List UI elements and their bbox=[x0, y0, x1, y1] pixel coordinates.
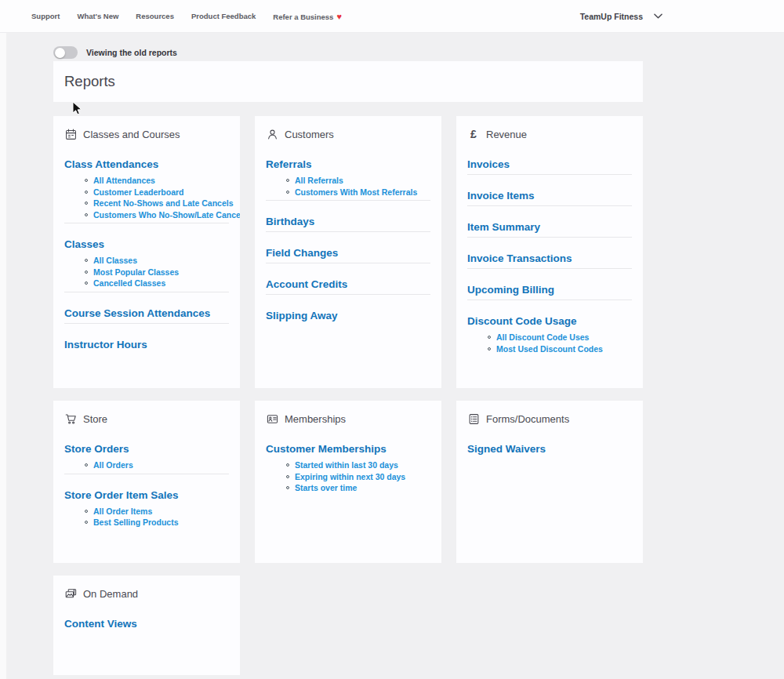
list-item: Most Used Discount Codes bbox=[488, 343, 632, 355]
card-store: StoreStore OrdersAll OrdersStore Order I… bbox=[53, 401, 240, 563]
heart-icon: ♥ bbox=[336, 12, 342, 21]
card-on-demand: On DemandContent Views bbox=[53, 576, 240, 675]
section-field-changes: Field Changes bbox=[266, 245, 430, 263]
chevron-down-icon bbox=[654, 13, 662, 19]
section-item-summary: Item Summary bbox=[467, 220, 632, 238]
report-link-best-selling-products[interactable]: Best Selling Products bbox=[93, 517, 179, 527]
list-item: Recent No-Shows and Late Cancels bbox=[85, 198, 229, 209]
report-link-store-orders[interactable]: Store Orders bbox=[64, 441, 129, 456]
report-link-started-within-last-30-days[interactable]: Started within last 30 days bbox=[295, 460, 398, 470]
report-link-classes[interactable]: Classes bbox=[64, 237, 104, 252]
list-item: Customer Leaderboard bbox=[85, 187, 229, 198]
list-item: All Referrals bbox=[286, 175, 430, 187]
section-class-attendances: Class AttendancesAll AttendancesCustomer… bbox=[64, 157, 229, 223]
section-store-order-item-sales: Store Order Item SalesAll Order ItemsBes… bbox=[64, 488, 229, 528]
nav-item-product-feedback[interactable]: Product Feedback bbox=[191, 12, 256, 20]
card-customers: CustomersReferralsAll ReferralsCustomers… bbox=[255, 116, 441, 388]
nav-item-refer-a-business[interactable]: Refer a Business♥ bbox=[273, 12, 342, 21]
report-link-invoice-items[interactable]: Invoice Items bbox=[467, 188, 535, 203]
id-card-icon bbox=[266, 412, 278, 425]
card-title-label: Customers bbox=[285, 129, 334, 140]
list-item: Best Selling Products bbox=[85, 517, 229, 528]
report-link-recent-no-shows-and-late-cancels[interactable]: Recent No-Shows and Late Cancels bbox=[93, 198, 234, 208]
card-forms-documents: Forms/DocumentsSigned Waivers bbox=[456, 401, 643, 563]
page-title: Reports bbox=[64, 73, 115, 90]
nav-item-resources[interactable]: Resources bbox=[136, 12, 174, 20]
section-classes: ClassesAll ClassesMost Popular ClassesCa… bbox=[64, 237, 229, 292]
report-link-all-referrals[interactable]: All Referrals bbox=[295, 176, 343, 185]
report-link-signed-waivers[interactable]: Signed Waivers bbox=[467, 441, 546, 456]
report-link-content-views[interactable]: Content Views bbox=[64, 616, 137, 631]
section-upcoming-billing: Upcoming Billing bbox=[467, 282, 632, 300]
report-link-cancelled-classes[interactable]: Cancelled Classes bbox=[93, 278, 165, 288]
section-discount-code-usage: Discount Code UsageAll Discount Code Use… bbox=[467, 314, 632, 354]
circle-bullet-icon bbox=[286, 179, 289, 182]
report-link-all-discount-code-uses[interactable]: All Discount Code Uses bbox=[496, 332, 589, 342]
reports-grid: Classes and CoursesClass AttendancesAll … bbox=[53, 116, 643, 675]
page-left-edge bbox=[0, 33, 6, 679]
report-link-expiring-within-next-30-days[interactable]: Expiring within next 30 days bbox=[295, 472, 405, 481]
list-item: All Attendances bbox=[85, 175, 229, 187]
report-link-all-attendances[interactable]: All Attendances bbox=[93, 176, 155, 185]
nav-item-support[interactable]: Support bbox=[31, 12, 60, 20]
circle-bullet-icon bbox=[85, 521, 88, 524]
report-link-discount-code-usage[interactable]: Discount Code Usage bbox=[467, 314, 577, 329]
section-invoices: Invoices bbox=[467, 157, 632, 175]
report-link-starts-over-time[interactable]: Starts over time bbox=[295, 483, 357, 492]
card-title-label: On Demand bbox=[83, 588, 138, 600]
report-link-all-orders[interactable]: All Orders bbox=[93, 460, 133, 470]
old-reports-toggle[interactable] bbox=[53, 46, 78, 59]
report-link-referrals[interactable]: Referrals bbox=[266, 157, 312, 172]
account-menu[interactable]: TeamUp Fitness bbox=[580, 12, 662, 21]
report-link-upcoming-billing[interactable]: Upcoming Billing bbox=[467, 282, 554, 297]
card-title-row: Memberships bbox=[266, 412, 430, 426]
section-birthdays: Birthdays bbox=[266, 214, 430, 232]
reports-header-card: Reports bbox=[53, 61, 643, 102]
report-link-instructor-hours[interactable]: Instructor Hours bbox=[64, 337, 147, 352]
report-link-all-classes[interactable]: All Classes bbox=[93, 256, 137, 265]
section-signed-waivers: Signed Waivers bbox=[467, 441, 632, 456]
card-title-row: Customers bbox=[266, 127, 430, 141]
circle-bullet-icon bbox=[85, 179, 88, 182]
report-link-item-summary[interactable]: Item Summary bbox=[467, 220, 540, 234]
sub-report-list: All Orders bbox=[64, 459, 229, 471]
calendar-icon bbox=[64, 128, 77, 140]
report-link-birthdays[interactable]: Birthdays bbox=[266, 214, 314, 229]
report-link-course-session-attendances[interactable]: Course Session Attendances bbox=[64, 306, 210, 321]
report-link-class-attendances[interactable]: Class Attendances bbox=[64, 157, 158, 172]
report-link-all-order-items[interactable]: All Order Items bbox=[93, 507, 152, 516]
report-link-most-used-discount-codes[interactable]: Most Used Discount Codes bbox=[496, 344, 603, 354]
report-link-most-popular-classes[interactable]: Most Popular Classes bbox=[93, 267, 179, 277]
list-item: Cancelled Classes bbox=[85, 278, 229, 289]
sub-report-list: All Order ItemsBest Selling Products bbox=[64, 506, 229, 528]
report-link-slipping-away[interactable]: Slipping Away bbox=[266, 308, 338, 323]
report-link-invoice-transactions[interactable]: Invoice Transactions bbox=[467, 251, 572, 266]
report-link-customers-who-no-show-late-cancel-most[interactable]: Customers Who No-Show/Late Cancel Most bbox=[93, 210, 240, 220]
pound-icon: £ bbox=[467, 128, 480, 140]
section-course-session-attendances: Course Session Attendances bbox=[64, 306, 229, 324]
report-link-customer-memberships[interactable]: Customer Memberships bbox=[266, 441, 387, 456]
card-title-label: Classes and Courses bbox=[83, 129, 180, 140]
report-link-account-credits[interactable]: Account Credits bbox=[266, 277, 347, 292]
report-link-customers-with-most-referrals[interactable]: Customers With Most Referrals bbox=[295, 187, 417, 197]
report-link-invoices[interactable]: Invoices bbox=[467, 157, 510, 172]
card-title-label: Forms/Documents bbox=[486, 413, 569, 425]
report-link-customer-leaderboard[interactable]: Customer Leaderboard bbox=[93, 187, 184, 197]
circle-bullet-icon bbox=[488, 336, 491, 339]
circle-bullet-icon bbox=[85, 281, 88, 285]
sub-report-list: Started within last 30 daysExpiring with… bbox=[266, 459, 430, 494]
report-link-store-order-item-sales[interactable]: Store Order Item Sales bbox=[64, 488, 179, 503]
report-link-field-changes[interactable]: Field Changes bbox=[266, 245, 338, 260]
list-item: Customers Who No-Show/Late Cancel Most bbox=[85, 209, 229, 221]
circle-bullet-icon bbox=[85, 213, 88, 216]
list-item: Starts over time bbox=[286, 482, 430, 494]
top-nav: Support What's New Resources Product Fee… bbox=[0, 0, 784, 33]
section-invoice-transactions: Invoice Transactions bbox=[467, 251, 632, 269]
nav-item-whats-new[interactable]: What's New bbox=[77, 12, 118, 20]
card-title-row: £Revenue bbox=[467, 127, 632, 141]
card-revenue: £RevenueInvoicesInvoice ItemsItem Summar… bbox=[456, 116, 643, 388]
account-label: TeamUp Fitness bbox=[580, 12, 643, 21]
circle-bullet-icon bbox=[488, 347, 491, 350]
sub-report-list: All AttendancesCustomer LeaderboardRecen… bbox=[64, 175, 229, 220]
section-content-views: Content Views bbox=[64, 616, 229, 631]
